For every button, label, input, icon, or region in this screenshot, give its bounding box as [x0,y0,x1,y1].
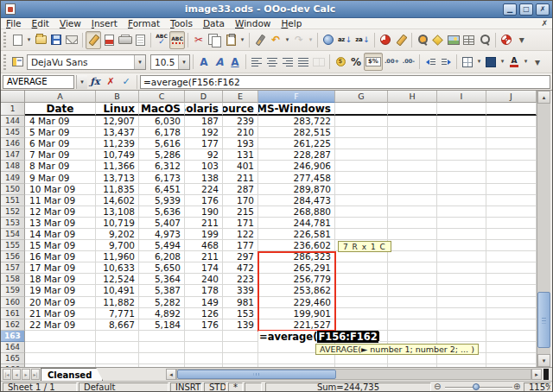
cell[interactable]: Source [223,103,258,116]
cell[interactable] [437,218,486,229]
cell[interactable]: 13,437 [96,127,139,138]
sort-ascending-button[interactable] [336,31,353,49]
cell[interactable] [335,161,388,172]
cell[interactable]: 468 [185,240,223,251]
vertical-scrollbar-thumb[interactable] [537,292,550,348]
cell[interactable]: 5 Mar 09 [25,127,96,138]
cell[interactable] [223,353,258,364]
row-header[interactable]: 163 [1,331,25,342]
cell[interactable]: 223 [223,274,258,285]
cell[interactable]: 12 Mar 09 [25,206,96,218]
cell[interactable]: 10,633 [96,262,139,274]
cell[interactable]: 11,366 [96,161,139,172]
cell[interactable] [437,195,486,206]
cell[interactable]: 211 [185,251,223,262]
cell[interactable] [223,342,258,353]
column-header-G[interactable]: G [335,91,388,103]
maximize-button[interactable]: □ [519,3,533,16]
add-decimal-button[interactable]: .00+ [383,53,401,71]
cell[interactable] [437,127,486,138]
cell[interactable] [388,172,437,183]
cell[interactable]: 19 Mar 09 [25,285,96,296]
column-header-F[interactable]: F [258,91,335,103]
cell[interactable]: 11 Mar 09 [25,195,96,206]
cell[interactable] [437,308,486,319]
zoom-button[interactable] [477,31,493,49]
cell[interactable] [335,195,388,206]
scroll-right-icon[interactable]: ▸ [531,369,542,380]
cell[interactable] [486,116,537,127]
background-color-dropdown[interactable]: ▾ [499,53,506,71]
paste-dropdown[interactable]: ▾ [238,31,246,49]
print-button[interactable] [117,31,132,49]
align-left-button[interactable] [249,53,264,71]
cell[interactable]: 5,616 [139,138,185,149]
page-preview-button[interactable] [132,31,148,49]
name-box[interactable]: AVERAGE [3,75,74,89]
cell[interactable]: 9,700 [96,240,139,251]
cell[interactable]: 190 [185,206,223,218]
cell[interactable] [388,103,437,116]
cell[interactable] [437,138,486,149]
row-header[interactable]: 152 [1,206,25,218]
row-header[interactable]: 162 [1,319,25,331]
data-sources-button[interactable] [461,31,477,49]
menu-help[interactable]: Help [276,18,307,29]
cell[interactable] [335,274,388,285]
cell[interactable] [335,229,388,240]
cell[interactable]: 5,407 [139,218,185,229]
cell[interactable]: 221,527 [258,319,335,331]
cell[interactable]: 472 [223,262,258,274]
cell[interactable]: Linux [96,103,139,116]
cell[interactable]: 11,239 [96,138,139,149]
zoom-in-icon[interactable]: ⊕ [513,382,520,392]
cell[interactable] [486,195,537,206]
menu-tools[interactable]: Tools [165,18,198,29]
cell[interactable]: 240 [185,274,223,285]
cell[interactable] [388,184,437,195]
cell[interactable]: 244,781 [258,218,335,229]
cell[interactable]: 981 [223,297,258,308]
column-header-J[interactable]: J [486,91,537,103]
cell[interactable] [388,240,437,251]
cell[interactable]: 187 [185,116,223,127]
scroll-down-icon[interactable]: ▾ [537,354,550,367]
signature-field[interactable] [245,383,262,392]
cell[interactable] [335,138,388,149]
cell[interactable] [486,218,537,229]
column-header-C[interactable]: C [139,91,185,103]
cell[interactable]: 153 [223,308,258,319]
cell[interactable] [437,274,486,285]
cell[interactable] [335,127,388,138]
cell[interactable] [486,331,537,342]
standard-format-button[interactable]: $% [364,53,383,71]
cell[interactable] [335,285,388,296]
cell[interactable]: 199 [185,229,223,240]
cell[interactable] [185,353,223,364]
undo-dropdown[interactable]: ▾ [283,31,291,49]
cell-edit-overlay[interactable]: =average(F156:F162 [258,331,379,343]
cell[interactable] [437,161,486,172]
cell[interactable] [437,251,486,262]
cell[interactable]: 171 [223,218,258,229]
export-pdf-button[interactable] [101,31,117,49]
cell[interactable]: 176 [185,319,223,331]
cell[interactable] [388,149,437,161]
cell[interactable]: 13 Mar 09 [25,218,96,229]
modified-flag-field[interactable]: * [228,383,243,392]
cell[interactable] [437,229,486,240]
cell[interactable]: 12,524 [96,274,139,285]
cell[interactable] [139,342,185,353]
cell[interactable] [388,138,437,149]
cell[interactable] [437,184,486,195]
cell[interactable] [388,195,437,206]
cell[interactable]: 246,906 [258,161,335,172]
open-button[interactable] [33,31,48,49]
cell[interactable] [437,149,486,161]
align-justify-button[interactable] [296,53,311,71]
cell[interactable]: 13,713 [96,172,139,183]
cell[interactable] [388,116,437,127]
cell[interactable] [335,262,388,274]
cell[interactable]: 16 Mar 09 [25,251,96,262]
cell[interactable]: 5,286 [139,149,185,161]
